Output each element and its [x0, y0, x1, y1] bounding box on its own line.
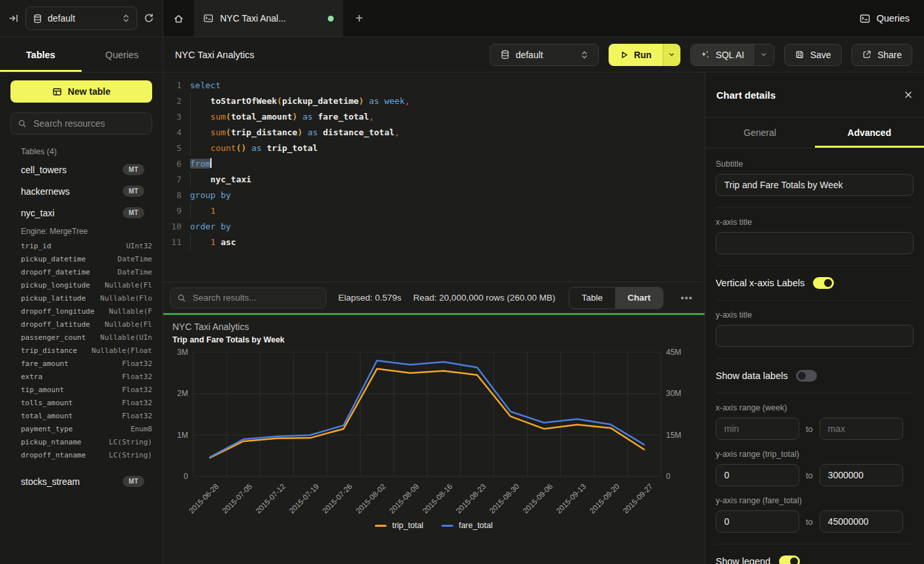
xaxis-range-min-input[interactable] [716, 418, 799, 440]
svg-text:45M: 45M [666, 348, 681, 357]
sidebar-tab-queries[interactable]: Queries [82, 37, 163, 72]
line-code: sum(total_amount) as fare_total, [190, 109, 705, 125]
table-row[interactable]: stocks_streamMT [21, 471, 152, 492]
editor-line: 4 sum(trip_distance) as distance_total, [163, 125, 705, 141]
line-number: 8 [163, 188, 182, 203]
svg-text:15M: 15M [666, 431, 681, 440]
elapsed-stat: Elapsed: 0.579s [338, 293, 402, 303]
line-code: order by [190, 219, 705, 235]
table-engine-badge: MT [123, 186, 144, 197]
line-number: 10 [163, 219, 182, 235]
close-icon[interactable] [904, 90, 913, 99]
share-button[interactable]: Share [852, 44, 912, 66]
show-data-labels-toggle[interactable] [796, 370, 817, 382]
view-toggle-chart[interactable]: Chart [615, 288, 663, 308]
collapse-sidebar-icon[interactable] [8, 13, 19, 24]
toolbar-database-value: default [516, 50, 543, 60]
line-number: 7 [163, 172, 182, 188]
legend-item[interactable]: fare_total [441, 521, 492, 530]
sidebar: Tables Queries New table Tables (4) cell… [0, 37, 163, 564]
results-chart: 001M15M2M30M3M45M2015-06-282015-07-05201… [172, 347, 695, 521]
column-name: trip_id [21, 242, 51, 250]
editor-line: 3 sum(total_amount) as fare_total, [163, 109, 705, 125]
sidebar-search[interactable] [10, 112, 152, 135]
results-search-input[interactable] [191, 292, 319, 303]
yaxis-range-trip-max-input[interactable] [820, 464, 903, 486]
yaxis-range-fare-total-label: y-axis range (fare_total) [716, 496, 914, 505]
column-row: tip_amountFloat32 [21, 383, 152, 396]
column-name: pickup_longitude [21, 281, 90, 290]
tab-strip: NYC Taxi Anal... + Queries [163, 0, 924, 37]
sql-ai-button[interactable]: SQL AI [691, 44, 754, 65]
column-row: extraFloat32 [21, 370, 152, 383]
column-type: DateTime [118, 268, 152, 276]
vertical-xaxis-labels-toggle[interactable] [813, 277, 834, 289]
table-row[interactable]: nyc_taxiMT [21, 202, 152, 224]
table-engine-detail: Engine: MergeTree [21, 224, 152, 239]
xaxis-title-input[interactable] [716, 232, 914, 254]
home-button[interactable] [163, 0, 194, 37]
column-name: fare_amount [21, 359, 69, 368]
table-name: nyc_taxi [21, 208, 54, 218]
database-selector[interactable]: default [25, 7, 137, 30]
run-options-button[interactable] [663, 44, 680, 66]
yaxis-title-label: y-axis title [716, 310, 914, 320]
run-label: Run [634, 50, 652, 60]
toolbar-database-selector[interactable]: default [490, 44, 599, 66]
column-name: trip_distance [21, 346, 77, 355]
results-search[interactable] [170, 288, 327, 308]
tab-nyc-taxi-analytics[interactable]: NYC Taxi Anal... [194, 0, 343, 37]
save-button[interactable]: Save [784, 44, 842, 66]
column-name: dropoff_datetime [21, 268, 90, 276]
sidebar-tab-tables[interactable]: Tables [0, 37, 82, 72]
column-name: total_amount [21, 412, 72, 420]
xaxis-range-max-input[interactable] [820, 418, 903, 440]
show-legend-toggle[interactable] [779, 556, 800, 564]
svg-text:2015-09-20: 2015-09-20 [588, 482, 621, 515]
column-row: fare_amountFloat32 [21, 357, 152, 370]
view-toggle-table[interactable]: Table [569, 288, 615, 308]
line-code: nyc_taxi [190, 172, 705, 188]
table-engine-badge: MT [123, 207, 144, 218]
legend-item[interactable]: trip_total [375, 521, 423, 530]
yaxis-range-trip-total-label: y-axis range (trip_total) [716, 450, 914, 459]
sidebar-search-input[interactable] [32, 118, 153, 129]
new-tab-button[interactable]: + [343, 0, 375, 37]
run-button[interactable]: Run [609, 44, 663, 66]
divider [716, 300, 914, 301]
xaxis-range-label: x-axis range (week) [716, 403, 914, 412]
svg-text:2015-07-19: 2015-07-19 [287, 482, 320, 515]
svg-text:2M: 2M [177, 389, 188, 398]
panel-tab-advanced[interactable]: Advanced [815, 118, 924, 148]
subtitle-input[interactable] [716, 174, 914, 196]
panel-tab-general[interactable]: General [705, 118, 815, 148]
refresh-icon[interactable] [144, 13, 154, 24]
table-row[interactable]: hackernewsMT [21, 180, 152, 202]
new-table-button[interactable]: New table [10, 80, 152, 103]
yaxis-title-input[interactable] [716, 325, 914, 347]
column-row: dropoff_ntanameLC(String) [21, 448, 152, 461]
yaxis-range-fare-max-input[interactable] [820, 510, 903, 533]
svg-text:2015-07-05: 2015-07-05 [221, 482, 253, 515]
show-legend-label: Show legend [716, 556, 771, 564]
query-toolbar: NYC Taxi Analytics default [163, 37, 924, 73]
more-options-button[interactable]: ••• [675, 292, 698, 303]
sql-editor[interactable]: 1select2 toStartOfWeek(pickup_datetime) … [163, 73, 705, 282]
queries-button[interactable]: Queries [845, 0, 924, 37]
to-label: to [806, 471, 813, 480]
column-row: dropoff_longitudeNullable(F [21, 305, 152, 318]
yaxis-range-trip-min-input[interactable] [716, 464, 799, 486]
main-column: 1select2 toStartOfWeek(pickup_datetime) … [163, 73, 705, 564]
sidebar-tabs: Tables Queries [0, 37, 163, 73]
column-type: Float32 [122, 386, 152, 394]
table-name: cell_towers [21, 165, 67, 175]
line-code: 1 [190, 203, 705, 219]
to-label: to [806, 424, 813, 434]
table-row[interactable]: cell_towersMT [21, 159, 152, 180]
yaxis-range-fare-min-input[interactable] [716, 510, 799, 533]
column-type: Nullable(UIn [101, 333, 152, 342]
svg-text:2015-07-26: 2015-07-26 [321, 482, 353, 515]
column-row: passenger_countNullable(UIn [21, 331, 152, 344]
line-code: from [190, 156, 705, 172]
sql-ai-options-button[interactable] [754, 44, 774, 65]
